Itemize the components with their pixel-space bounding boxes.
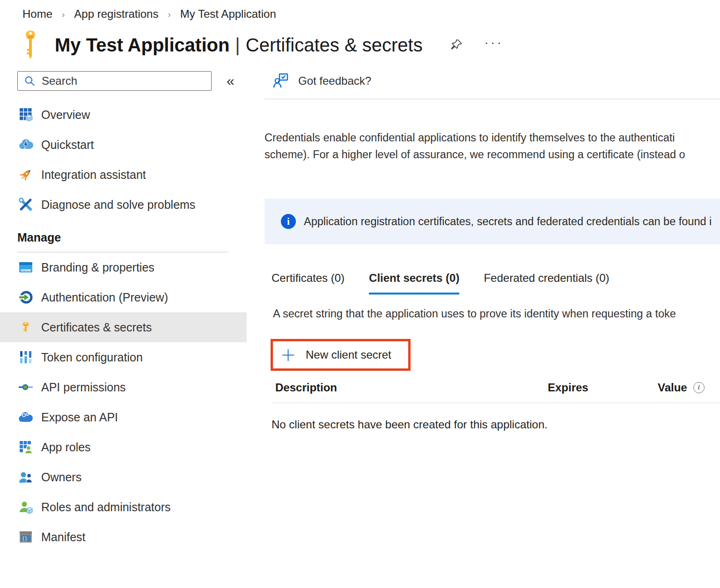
sidebar-item-label: Diagnose and solve problems xyxy=(41,198,195,212)
owners-icon xyxy=(18,469,34,485)
search-input[interactable] xyxy=(41,74,195,88)
breadcrumb-home[interactable]: Home xyxy=(22,7,52,21)
info-banner: i Application registration certificates,… xyxy=(264,198,720,244)
sidebar-item-label: Expose an API xyxy=(41,411,118,424)
page-title: My Test Application|Certificates & secre… xyxy=(55,35,423,56)
value-info-icon[interactable]: i xyxy=(693,382,705,393)
page-title-row: My Test Application|Certificates & secre… xyxy=(21,27,720,63)
new-client-secret-label: New client secret xyxy=(306,348,391,361)
sidebar-item-label: Authentication (Preview) xyxy=(41,291,168,304)
key-icon xyxy=(21,30,40,60)
sidebar-item-label: Branding & properties xyxy=(41,261,154,274)
table-divider xyxy=(272,403,720,403)
tab-federated-credentials[interactable]: Federated credentials (0) xyxy=(484,272,609,294)
sidebar-item-label: App roles xyxy=(41,441,91,454)
diagnose-icon xyxy=(18,197,34,213)
sidebar-item-branding[interactable]: www Branding & properties xyxy=(0,252,247,282)
app-roles-icon xyxy=(18,439,34,455)
sidebar-item-certificates-secrets[interactable]: Certificates & secrets xyxy=(0,312,247,342)
sidebar-item-label: Manifest xyxy=(41,530,85,544)
svg-text:www: www xyxy=(20,267,31,272)
sidebar-item-roles-administrators[interactable]: Roles and administrators xyxy=(0,492,247,522)
search-box xyxy=(17,71,212,91)
azure-app-registration-page: Home › App registrations › My Test Appli… xyxy=(0,0,720,552)
sidebar-item-label: Quickstart xyxy=(41,138,94,152)
key-icon xyxy=(18,319,34,335)
quickstart-icon xyxy=(18,137,34,153)
sidebar-nav: Overview Quickstart xyxy=(0,100,247,552)
highlight-annotation-box: New client secret xyxy=(271,339,411,371)
sidebar-item-owners[interactable]: Owners xyxy=(0,462,247,492)
breadcrumb: Home › App registrations › My Test Appli… xyxy=(0,0,720,21)
column-description: Description xyxy=(272,381,548,394)
credentials-tabs: Certificates (0) Client secrets (0) Fede… xyxy=(272,272,720,294)
empty-state-message: No client secrets have been created for … xyxy=(272,418,720,431)
new-client-secret-button[interactable]: New client secret xyxy=(273,341,408,368)
sidebar-item-label: Roles and administrators xyxy=(41,500,171,514)
sidebar-item-manifest[interactable]: { } Manifest xyxy=(0,522,247,552)
secrets-table-header: Description Expires Value i xyxy=(272,377,720,398)
main-content: Got feedback? Credentials enable confide… xyxy=(264,71,720,552)
column-value-label: Value xyxy=(658,381,687,394)
info-banner-text: Application registration certificates, s… xyxy=(304,215,712,228)
collapse-sidebar-icon[interactable]: « xyxy=(227,73,235,89)
header-divider xyxy=(264,99,720,99)
sidebar: « Overview xyxy=(0,71,247,552)
got-feedback-label: Got feedback? xyxy=(298,74,371,88)
plus-icon xyxy=(281,348,295,362)
sidebar-item-authentication[interactable]: Authentication (Preview) xyxy=(0,282,247,312)
manage-section-heading: Manage xyxy=(0,220,247,244)
breadcrumb-my-test-application[interactable]: My Test Application xyxy=(180,7,276,21)
sidebar-item-expose-api[interactable]: Expose an API xyxy=(0,402,247,432)
sidebar-item-api-permissions[interactable]: API permissions xyxy=(0,372,247,402)
sidebar-item-app-roles[interactable]: App roles xyxy=(0,432,247,462)
sidebar-item-token-configuration[interactable]: Token configuration xyxy=(0,342,247,372)
tab-certificates[interactable]: Certificates (0) xyxy=(272,272,345,294)
integration-assistant-icon xyxy=(18,167,34,183)
api-permissions-icon xyxy=(18,379,34,395)
sidebar-item-overview[interactable]: Overview xyxy=(0,100,247,130)
ellipsis-icon[interactable]: ··· xyxy=(485,37,504,53)
manifest-icon: { } xyxy=(18,529,34,545)
token-configuration-icon xyxy=(18,349,34,365)
column-expires: Expires xyxy=(548,381,658,394)
info-icon: i xyxy=(281,214,296,229)
intro-line-1: Credentials enable confidential applicat… xyxy=(264,129,720,146)
feedback-icon xyxy=(273,73,290,89)
sidebar-item-diagnose[interactable]: Diagnose and solve problems xyxy=(0,190,247,220)
sidebar-item-label: Token configuration xyxy=(41,351,143,364)
breadcrumb-app-registrations[interactable]: App registrations xyxy=(74,7,158,21)
column-value: Value i xyxy=(658,381,705,394)
branding-icon: www xyxy=(18,259,34,275)
tab-client-secrets[interactable]: Client secrets (0) xyxy=(369,272,459,294)
breadcrumb-chevron-icon: › xyxy=(62,9,65,20)
authentication-icon xyxy=(18,289,34,305)
sidebar-item-quickstart[interactable]: Quickstart xyxy=(0,130,247,160)
got-feedback-button[interactable]: Got feedback? xyxy=(264,71,400,91)
sidebar-item-label: Overview xyxy=(41,108,90,122)
sidebar-item-label: Certificates & secrets xyxy=(41,321,152,334)
sidebar-item-integration-assistant[interactable]: Integration assistant xyxy=(0,160,247,190)
sidebar-item-label: API permissions xyxy=(41,381,126,394)
client-secret-description: A secret string that the application use… xyxy=(273,308,720,320)
pin-icon[interactable] xyxy=(449,37,464,52)
credentials-intro: Credentials enable confidential applicat… xyxy=(264,129,720,163)
sidebar-item-label: Owners xyxy=(41,470,81,484)
breadcrumb-chevron-icon: › xyxy=(168,9,170,20)
sidebar-item-label: Integration assistant xyxy=(41,168,146,182)
overview-icon xyxy=(18,107,34,123)
intro-line-2: scheme). For a higher level of assurance… xyxy=(264,146,720,163)
svg-text:{ }: { } xyxy=(22,536,27,541)
expose-api-icon xyxy=(18,409,34,425)
search-icon xyxy=(23,75,36,88)
roles-administrators-icon xyxy=(18,499,34,515)
